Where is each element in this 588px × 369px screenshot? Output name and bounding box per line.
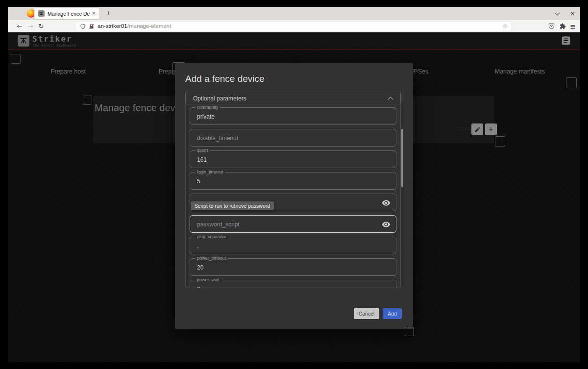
field-value: 0 — [197, 286, 200, 288]
scrollbar-thumb[interactable] — [401, 129, 403, 187]
visibility-eye-icon[interactable] — [382, 198, 391, 207]
optional-parameters-accordion[interactable]: Optional parameters — [185, 92, 401, 104]
field-label: power_wait — [195, 277, 221, 283]
form-field[interactable]: plug_separator , — [190, 237, 396, 254]
app-viewport: Striker The Anvil! dashboard Prepare hos… — [8, 32, 580, 362]
insecure-lock-icon[interactable] — [89, 24, 95, 29]
chevron-up-icon[interactable] — [388, 97, 393, 102]
url-path: /manage-element — [127, 23, 172, 29]
new-tab-button[interactable]: + — [104, 9, 113, 18]
extensions-puzzle-icon[interactable] — [558, 22, 567, 31]
list-tabs-icon[interactable] — [555, 10, 560, 15]
form-field[interactable]: password_script — [190, 215, 396, 233]
reload-icon[interactable]: ↻ — [36, 22, 46, 31]
form-field[interactable]: ipport 161 — [190, 150, 396, 168]
pocket-icon[interactable] — [546, 22, 556, 31]
back-icon[interactable]: ← — [15, 22, 24, 31]
browser-toolbar: ← → ↻ an-striker01/manage-element ☆ — [8, 20, 580, 32]
forward-icon[interactable]: → — [25, 22, 35, 31]
screenshot-frame: Manage Fence Devices × + × ← → ↻ — [0, 0, 588, 369]
field-label: power_timeout — [195, 256, 228, 261]
field-value: disable_timeout — [197, 135, 238, 142]
field-label: login_timeout — [195, 170, 225, 175]
form-field[interactable]: power_timeout 20 — [190, 258, 396, 276]
form-field[interactable]: power_wait 0 — [190, 280, 396, 288]
accordion-label: Optional parameters — [193, 95, 246, 102]
dialog-actions: Cancel Add — [354, 308, 402, 319]
form-field[interactable]: login_timeout 5 — [190, 172, 396, 190]
form-field[interactable]: community private — [190, 107, 396, 125]
form-field[interactable]: disable_timeout — [190, 129, 396, 147]
dialog-title: Add a fence device — [185, 74, 265, 84]
fields-scroll[interactable]: community private disable_timeout ipport… — [185, 105, 401, 288]
field-value: password_script — [197, 221, 240, 228]
bookmark-star-icon[interactable]: ☆ — [502, 23, 508, 29]
field-tooltip: Script to run to retrieve password — [191, 201, 274, 210]
field-label: ipport — [195, 148, 210, 153]
window-close-icon[interactable]: × — [570, 10, 575, 17]
browser-tab[interactable]: Manage Fence Devices × — [34, 8, 99, 19]
field-value: , — [197, 243, 198, 249]
browser-titlebar: Manage Fence Devices × + × — [8, 7, 580, 20]
tab-title: Manage Fence Devices — [48, 11, 90, 17]
field-label: plug_separator — [195, 234, 228, 240]
striker-favicon — [38, 10, 45, 17]
url-host: an-striker01 — [98, 23, 127, 29]
field-value: 20 — [197, 264, 203, 271]
menu-hamburger-icon[interactable]: ≡ — [568, 22, 578, 31]
add-button[interactable]: Add — [383, 308, 402, 319]
cancel-button[interactable]: Cancel — [354, 308, 380, 319]
add-fence-device-dialog: Add a fence device Optional parameters c… — [175, 63, 413, 329]
field-value: 161 — [197, 156, 207, 163]
tracking-shield-icon[interactable] — [80, 24, 86, 29]
browser-window: Manage Fence Devices × + × ← → ↻ — [8, 7, 580, 362]
focus-outline-square — [405, 327, 414, 336]
tab-close-icon[interactable]: × — [92, 10, 96, 16]
visibility-eye-icon[interactable] — [382, 220, 391, 229]
url-bar[interactable]: an-striker01/manage-element ☆ — [76, 22, 511, 31]
field-value: private — [197, 113, 215, 120]
field-label: community — [195, 105, 220, 110]
form-field[interactable]: password Script to run to retrieve passw… — [190, 194, 396, 211]
field-value: 5 — [197, 178, 200, 185]
